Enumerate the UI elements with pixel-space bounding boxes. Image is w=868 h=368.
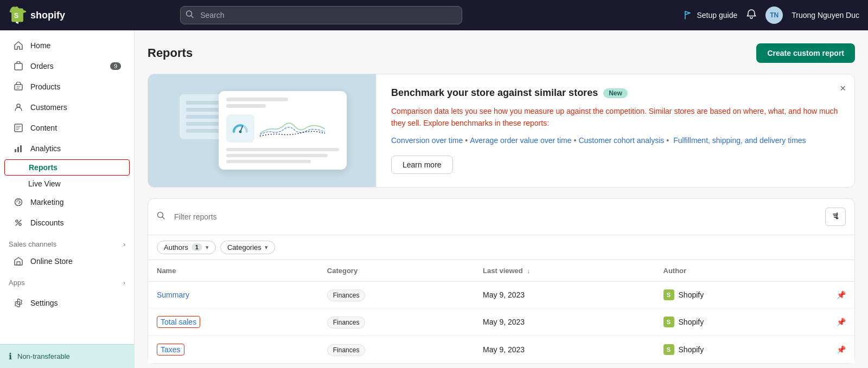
report-name-total-sales[interactable]: Total sales [157,316,200,328]
pin-icon[interactable]: 📌 [837,290,846,299]
logo-text: shopify [30,10,65,21]
svg-point-13 [19,223,21,225]
main-layout: Home Orders 9 Products [0,30,868,368]
setup-guide-button[interactable]: Setup guide [684,10,737,20]
svg-point-12 [16,220,18,222]
report-category-cell: Finances [318,335,474,363]
categories-filter-tag[interactable]: Categories ▾ [220,241,275,254]
svg-rect-15 [17,262,20,265]
col-last-viewed: Last viewed ↓ [474,260,654,282]
orders-badge: 9 [110,62,121,70]
sales-channels-section: Sales channels › [0,234,134,250]
sidebar-item-home[interactable]: Home [4,36,130,55]
banner-description: Comparison data lets you see how you mea… [391,105,839,130]
marketing-icon [13,197,24,208]
sort-button[interactable] [825,208,846,226]
user-name[interactable]: Truong Nguyen Duc [792,11,859,20]
avatar[interactable]: TN [765,7,783,24]
analytics-icon [13,143,24,154]
search-input[interactable] [180,6,462,24]
flag-icon [684,10,693,20]
store-icon [13,256,24,267]
pin-icon[interactable]: 📌 [837,345,846,354]
table-row: Taxes Finances May 9, 2023 S Shopify 📌 [148,335,854,363]
report-name-taxes[interactable]: Taxes [157,344,184,356]
svg-rect-5 [15,85,22,90]
close-banner-button[interactable]: × [840,83,846,94]
author-info: S Shopify 📌 [663,317,846,327]
banner-link-conversion[interactable]: Conversion over time [391,136,463,145]
top-bar: S shopify Setup guide TN Truong Nguyen D… [0,0,868,30]
authors-count: 1 [192,243,202,251]
banner-links: Conversion over time • Average order val… [391,136,839,145]
products-icon [13,81,24,92]
banner-visual [148,74,376,187]
report-date-cell: May 9, 2023 [474,335,654,363]
report-name-cell: Total sales [148,308,318,335]
filter-reports-input[interactable] [174,212,821,221]
report-category-cell: Finances [318,281,474,308]
sidebar-item-customers[interactable]: Customers [4,98,130,117]
report-author-cell: S Shopify 📌 [655,308,854,335]
report-date-cell: May 9, 2023 [474,308,654,335]
bell-icon [746,9,757,20]
content-icon [13,122,24,133]
apps-section: Apps › [0,272,134,289]
page-header: Reports Create custom report [148,43,855,63]
category-badge: Finances [327,344,366,356]
sidebar-item-discounts[interactable]: Discounts [4,213,130,233]
reports-section: Authors 1 ▾ Categories ▾ Name Category [148,198,855,364]
report-author-cell: S Shopify 📌 [655,281,854,308]
category-badge: Finances [327,289,366,301]
logo[interactable]: S shopify [9,7,65,24]
table-row: Total sales Finances May 9, 2023 S Shopi… [148,308,854,335]
sidebar-item-reports[interactable]: Reports [4,159,130,176]
svg-point-16 [17,302,20,305]
sidebar-item-online-store[interactable]: Online Store [4,251,130,271]
svg-rect-4 [15,63,22,70]
pin-icon[interactable]: 📌 [837,318,846,326]
filter-row [148,199,854,235]
authors-filter-tag[interactable]: Authors 1 ▾ [157,241,216,254]
search-bar-container [180,6,462,24]
gauge-chart [231,119,250,138]
svg-line-20 [163,217,165,219]
sidebar-item-analytics[interactable]: Analytics [4,139,130,158]
table-row: Summary Finances May 9, 2023 S Shopify [148,281,854,308]
sidebar-item-settings[interactable]: Settings [4,293,130,313]
shopify-author-logo: S [663,344,674,355]
report-name-summary[interactable]: Summary [157,290,189,299]
report-date-cell: May 9, 2023 [474,281,654,308]
sidebar-item-marketing[interactable]: Marketing [4,192,130,212]
svg-point-18 [239,131,242,133]
line-chart [260,117,325,139]
apps-chevron: › [123,279,125,287]
svg-rect-9 [17,147,19,152]
banner-title: Benchmark your store against similar sto… [391,87,839,99]
col-author: Author [655,260,854,282]
col-name: Name [148,260,318,282]
report-name-cell: Summary [148,281,318,308]
banner-link-avg-order[interactable]: Average order value over time [470,136,571,145]
orders-icon [13,61,24,72]
svg-text:S: S [14,12,18,20]
sales-channels-chevron: › [123,241,125,248]
sidebar-item-live-view[interactable]: Live View [4,176,130,191]
banner-content: × Benchmark your store against similar s… [376,74,854,187]
sidebar-item-content[interactable]: Content [4,118,130,138]
categories-chevron-icon: ▾ [265,244,268,251]
banner-link-fulfillment[interactable]: Fulfillment, shipping, and delivery time… [673,136,806,145]
topbar-actions: Setup guide TN Truong Nguyen Duc [684,7,859,24]
report-category-cell: Finances [318,308,474,335]
non-transferable-banner: ℹ Non-transferable [0,344,135,368]
sidebar-item-orders[interactable]: Orders 9 [4,56,130,76]
author-info: S Shopify 📌 [663,344,846,355]
svg-point-6 [17,104,20,107]
create-custom-report-button[interactable]: Create custom report [756,43,855,63]
banner-link-cohort[interactable]: Customer cohort analysis [578,136,664,145]
benchmark-banner: × Benchmark your store against similar s… [148,74,855,188]
sidebar: Home Orders 9 Products [0,30,135,368]
learn-more-button[interactable]: Learn more [391,156,453,174]
notifications-button[interactable] [746,9,757,22]
sidebar-item-products[interactable]: Products [4,77,130,96]
